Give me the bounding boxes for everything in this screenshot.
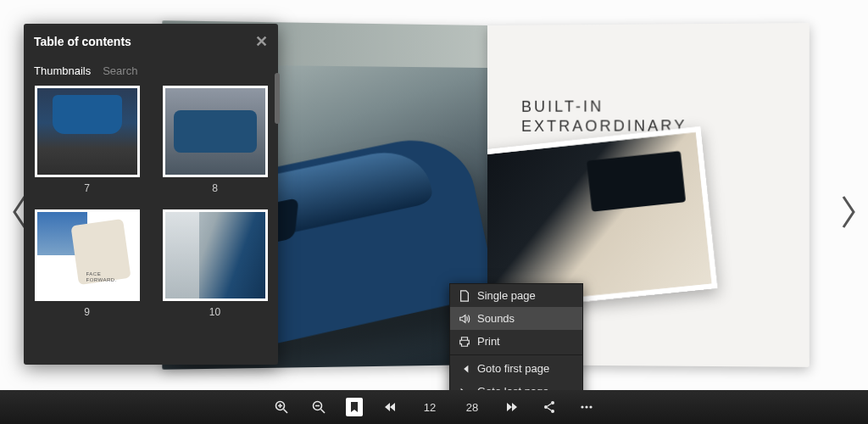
thumbnail-label: 9 <box>84 306 90 318</box>
svg-point-2 <box>551 401 554 404</box>
page-number-left[interactable]: 12 <box>417 401 442 414</box>
thumbnail-image: FACE FORWARD. <box>35 209 140 301</box>
share-button[interactable] <box>539 397 559 417</box>
sound-icon <box>459 313 470 325</box>
toc-tabs: Thumbnails Search <box>24 59 278 86</box>
chevron-right-icon <box>838 195 859 229</box>
svg-point-7 <box>589 405 592 408</box>
menu-sounds[interactable]: Sounds <box>450 307 582 330</box>
tab-thumbnails[interactable]: Thumbnails <box>34 64 91 77</box>
bookmark-icon <box>348 400 361 414</box>
menu-label: Print <box>477 335 500 348</box>
zoom-in-button[interactable] <box>271 397 292 417</box>
share-icon <box>542 400 556 414</box>
zoom-out-button[interactable] <box>309 397 329 417</box>
zoom-out-icon <box>312 400 326 414</box>
thumbnail-image <box>163 209 268 301</box>
thumbnail-image <box>35 86 140 177</box>
page-number-right[interactable]: 28 <box>459 401 485 414</box>
thumbnail-item[interactable]: 7 <box>32 86 142 194</box>
toc-title: Table of contents <box>34 35 255 48</box>
thumbnail-item[interactable]: 10 <box>160 209 270 318</box>
toolbar: 12 28 <box>0 390 868 424</box>
forward-icon <box>505 400 519 414</box>
toc-button[interactable] <box>346 398 363 416</box>
toc-panel: Table of contents ✕ Thumbnails Search 7 … <box>24 24 278 365</box>
menu-label: Goto first page <box>477 362 549 375</box>
more-icon <box>580 400 593 414</box>
rewind-icon <box>383 400 397 414</box>
thumbnail-item[interactable]: FACE FORWARD. 9 <box>32 209 142 318</box>
more-button[interactable] <box>576 397 597 417</box>
close-icon: ✕ <box>255 33 268 50</box>
menu-print[interactable]: Print <box>450 330 582 353</box>
svg-point-4 <box>551 410 554 413</box>
context-menu: Single page Sounds Print Goto first page… <box>449 283 583 404</box>
rewind-button[interactable] <box>380 397 400 417</box>
menu-goto-first[interactable]: Goto first page <box>450 357 582 380</box>
thumbnail-label: 7 <box>84 182 90 194</box>
thumbnail-caption: FACE FORWARD. <box>86 271 117 283</box>
forward-button[interactable] <box>502 397 522 417</box>
next-page-button[interactable] <box>834 187 863 237</box>
menu-label: Sounds <box>477 312 515 325</box>
menu-separator <box>450 354 582 355</box>
viewer-stage: BUILT-IN EXTRAORDINARY. Table of content… <box>0 0 868 424</box>
thumbnail-item[interactable]: 8 <box>160 86 270 194</box>
menu-label: Single page <box>477 289 536 302</box>
zoom-in-icon <box>275 400 288 414</box>
svg-point-5 <box>581 405 583 408</box>
toc-header: Table of contents ✕ <box>24 24 278 59</box>
tab-search[interactable]: Search <box>103 64 137 77</box>
headline-line1: BUILT-IN <box>521 97 692 117</box>
first-page-icon <box>459 363 470 375</box>
svg-point-3 <box>544 405 548 409</box>
svg-point-6 <box>585 405 587 408</box>
scrollbar-thumb[interactable] <box>275 73 280 124</box>
thumbnail-label: 8 <box>212 182 218 194</box>
close-button[interactable]: ✕ <box>255 32 268 51</box>
thumbnail-image <box>163 86 268 177</box>
print-icon <box>459 336 470 348</box>
page-icon <box>459 290 470 302</box>
thumbnail-label: 10 <box>209 306 220 318</box>
menu-single-page[interactable]: Single page <box>450 284 582 307</box>
thumbnail-grid: 7 8 FACE FORWARD. 9 <box>24 86 278 365</box>
